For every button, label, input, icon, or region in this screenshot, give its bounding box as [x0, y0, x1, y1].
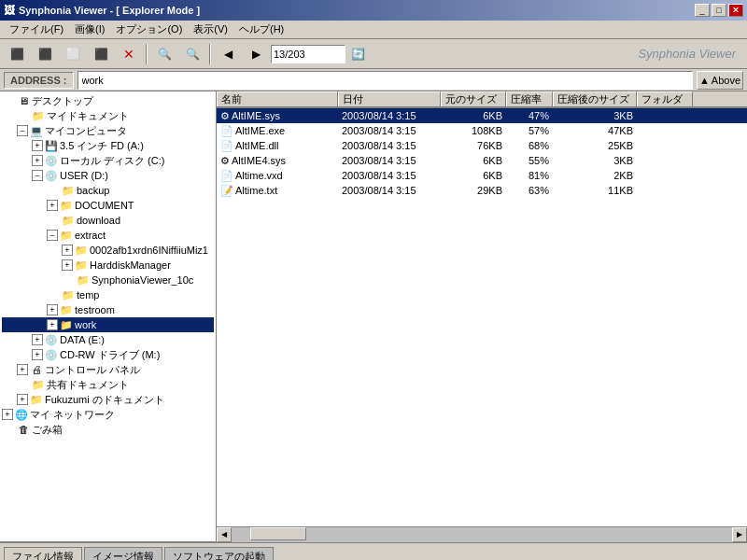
- file-col-header[interactable]: 圧縮率: [506, 91, 553, 106]
- address-input[interactable]: [78, 71, 693, 90]
- tree-item[interactable]: +📁0002afb1xrdn6INiffiiuMiz1: [2, 243, 214, 258]
- tree-item[interactable]: +📁work: [2, 317, 214, 332]
- menu-view[interactable]: 表示(V): [188, 21, 233, 38]
- file-row[interactable]: 📄AltIME.dll2003/08/14 3:1576KB68%25KB: [217, 138, 747, 153]
- scroll-track[interactable]: [232, 527, 732, 542]
- tree-item[interactable]: +💾3.5 インチ FD (A:): [2, 138, 214, 153]
- bottom-tab[interactable]: ソフトウェアの起動: [164, 547, 274, 560]
- tree-item[interactable]: 📁SynphoniaViewer_10c: [2, 273, 214, 287]
- file-col-header[interactable]: 日付: [338, 91, 441, 106]
- tree-toggle[interactable]: +: [2, 409, 13, 420]
- tree-toggle[interactable]: +: [62, 259, 73, 271]
- maximize-button[interactable]: □: [712, 4, 726, 17]
- file-row[interactable]: ⚙AltIME4.sys2003/08/14 3:156KB55%3KB: [217, 153, 747, 168]
- tree-item[interactable]: 🗑ごみ箱: [2, 422, 214, 437]
- toolbar-btn-1[interactable]: ⬛: [4, 42, 30, 66]
- tree-item[interactable]: 📁download: [2, 213, 214, 228]
- toolbar-nav-fwd[interactable]: ▶: [243, 42, 269, 66]
- bottom-tabs: ファイル情報イメージ情報ソフトウェアの起動: [0, 543, 747, 560]
- file-row[interactable]: 📄AltIME.exe2003/08/14 3:15108KB57%47KB: [217, 123, 747, 138]
- tree-toggle[interactable]: −: [32, 170, 43, 181]
- file-list[interactable]: ⚙AltIME.sys2003/08/14 3:156KB47%3KB📄AltI…: [217, 108, 747, 526]
- bottom-tab[interactable]: ファイル情報: [4, 547, 82, 560]
- tree-item[interactable]: −📁extract: [2, 228, 214, 243]
- horizontal-scrollbar[interactable]: ◀ ▶: [217, 526, 747, 541]
- tree-icon: 💿: [45, 154, 58, 167]
- tree-label: 0002afb1xrdn6INiffiiuMiz1: [90, 245, 208, 256]
- tree-toggle[interactable]: +: [62, 245, 73, 256]
- tree-toggle[interactable]: +: [32, 349, 43, 360]
- file-compsize-cell: 47KB: [553, 125, 637, 136]
- address-bar: ADDRESS : ▲ Above: [0, 69, 747, 91]
- file-col-header[interactable]: フォルダ: [637, 91, 693, 106]
- tree-item[interactable]: 📁マイドキュメント: [2, 108, 214, 123]
- tree-item[interactable]: +💿DATA (E:): [2, 332, 214, 347]
- file-row[interactable]: 📄Altime.vxd2003/08/14 3:156KB81%2KB: [217, 168, 747, 183]
- tree-toggle[interactable]: +: [17, 394, 28, 405]
- tree-toggle[interactable]: +: [17, 364, 28, 375]
- tree-item[interactable]: 📁temp: [2, 287, 214, 302]
- close-button[interactable]: ✕: [728, 4, 743, 17]
- file-list-header: 名前日付元のサイズ圧縮率圧縮後のサイズフォルダ: [217, 91, 747, 108]
- toolbar-zoom-out[interactable]: 🔍: [179, 42, 205, 66]
- tree-toggle[interactable]: −: [47, 230, 58, 241]
- file-row[interactable]: 📝Altime.txt2003/08/14 3:1529KB63%11KB: [217, 183, 747, 198]
- tree-item[interactable]: 📁backup: [2, 183, 214, 198]
- tree-toggle[interactable]: +: [47, 304, 58, 315]
- toolbar-btn-close[interactable]: ✕: [116, 42, 142, 66]
- tree-item[interactable]: +📁Fukuzumi のドキュメント: [2, 392, 214, 407]
- tree-toggle[interactable]: +: [47, 319, 58, 330]
- file-size-cell: 29KB: [441, 185, 506, 196]
- minimize-button[interactable]: _: [695, 4, 710, 17]
- tree-toggle[interactable]: +: [32, 155, 43, 166]
- tree-icon: 📁: [60, 303, 73, 316]
- toolbar-btn-3[interactable]: ⬜: [60, 42, 86, 66]
- scroll-thumb[interactable]: [250, 527, 306, 540]
- tree-item[interactable]: −💻マイコンピュータ: [2, 123, 214, 138]
- tree-item[interactable]: +🌐マイ ネットワーク: [2, 407, 214, 422]
- menu-help[interactable]: ヘルプ(H): [233, 21, 289, 38]
- menu-options[interactable]: オプション(O): [110, 21, 188, 38]
- tree-toggle[interactable]: +: [32, 140, 43, 151]
- tree-item[interactable]: 📁共有ドキュメント: [2, 377, 214, 392]
- bottom-tab[interactable]: イメージ情報: [84, 547, 162, 560]
- tree-item[interactable]: +💿ローカル ディスク (C:): [2, 153, 214, 168]
- tree-label: デスクトップ: [32, 94, 93, 108]
- tree-item[interactable]: +📁DOCUMENT: [2, 198, 214, 213]
- tree-icon: 📁: [77, 273, 90, 287]
- toolbar-go[interactable]: 🔄: [347, 42, 368, 66]
- tree-icon: 📁: [30, 393, 43, 406]
- main-area: 🖥デスクトップ📁マイドキュメント−💻マイコンピュータ+💾3.5 インチ FD (…: [0, 91, 747, 541]
- file-col-header[interactable]: 名前: [217, 91, 338, 106]
- file-size-cell: 108KB: [441, 125, 506, 136]
- file-ratio-cell: 47%: [506, 110, 553, 121]
- above-button[interactable]: ▲ Above: [697, 71, 743, 90]
- toolbar-btn-2[interactable]: ⬛: [32, 42, 58, 66]
- file-row[interactable]: ⚙AltIME.sys2003/08/14 3:156KB47%3KB: [217, 108, 747, 123]
- tree-toggle[interactable]: +: [47, 200, 58, 211]
- toolbar: ⬛ ⬛ ⬜ ⬛ ✕ 🔍 🔍 ◀ ▶ 🔄 Synphonia Viewer: [0, 39, 747, 69]
- file-col-header[interactable]: 元のサイズ: [441, 91, 506, 106]
- file-size-cell: 6KB: [441, 155, 506, 166]
- tree-item[interactable]: +📁testroom: [2, 302, 214, 317]
- scroll-right-btn[interactable]: ▶: [732, 527, 747, 542]
- scroll-left-btn[interactable]: ◀: [217, 527, 232, 542]
- tree-item[interactable]: −💿USER (D:): [2, 168, 214, 183]
- toolbar-nav-back[interactable]: ◀: [215, 42, 241, 66]
- tree-toggle[interactable]: −: [17, 125, 28, 136]
- tree-item[interactable]: +🖨コントロール パネル: [2, 362, 214, 377]
- tree-item[interactable]: +💿CD-RW ドライブ (M:): [2, 347, 214, 362]
- toolbar-btn-4[interactable]: ⬛: [88, 42, 114, 66]
- menu-file[interactable]: ファイル(F): [4, 21, 69, 38]
- tree-toggle[interactable]: +: [32, 334, 43, 345]
- tree-item[interactable]: +📁HarddiskManager: [2, 258, 214, 273]
- file-name-cell: 📄Altime.vxd: [217, 170, 338, 182]
- nav-input[interactable]: [271, 45, 345, 63]
- file-col-header[interactable]: 圧縮後のサイズ: [553, 91, 637, 106]
- tree-panel[interactable]: 🖥デスクトップ📁マイドキュメント−💻マイコンピュータ+💾3.5 インチ FD (…: [0, 91, 217, 541]
- tree-item[interactable]: 🖥デスクトップ: [2, 93, 214, 108]
- toolbar-zoom-in[interactable]: 🔍: [151, 42, 177, 66]
- tree-icon: 🌐: [15, 408, 28, 421]
- menu-image[interactable]: 画像(I): [69, 21, 110, 38]
- file-icon: ⚙: [220, 110, 230, 122]
